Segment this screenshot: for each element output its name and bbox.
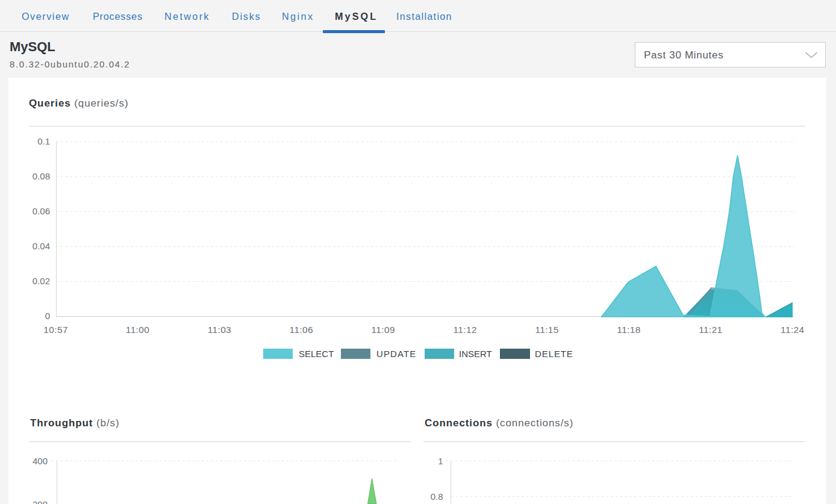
svg-text:11:03: 11:03 bbox=[208, 325, 231, 335]
svg-text:11:18: 11:18 bbox=[617, 325, 640, 335]
svg-text:11:06: 11:06 bbox=[290, 325, 313, 335]
svg-text:11:15: 11:15 bbox=[535, 325, 558, 335]
svg-text:11:00: 11:00 bbox=[126, 325, 149, 335]
svg-text:0.02: 0.02 bbox=[33, 276, 50, 286]
svg-text:1: 1 bbox=[438, 456, 443, 466]
svg-text:0.06: 0.06 bbox=[33, 206, 50, 216]
svg-text:0: 0 bbox=[45, 311, 50, 321]
svg-text:0.08: 0.08 bbox=[33, 171, 50, 181]
svg-text:11:12: 11:12 bbox=[454, 325, 477, 335]
svg-text:0.1: 0.1 bbox=[37, 136, 50, 146]
svg-text:0.04: 0.04 bbox=[33, 241, 50, 251]
svg-text:0.8: 0.8 bbox=[431, 491, 443, 502]
svg-text:11:09: 11:09 bbox=[372, 325, 395, 335]
svg-text:200: 200 bbox=[33, 499, 48, 504]
svg-text:11:21: 11:21 bbox=[699, 325, 722, 335]
svg-text:400: 400 bbox=[33, 456, 48, 466]
svg-text:11:24: 11:24 bbox=[781, 325, 804, 335]
svg-text:10:57: 10:57 bbox=[43, 325, 68, 335]
